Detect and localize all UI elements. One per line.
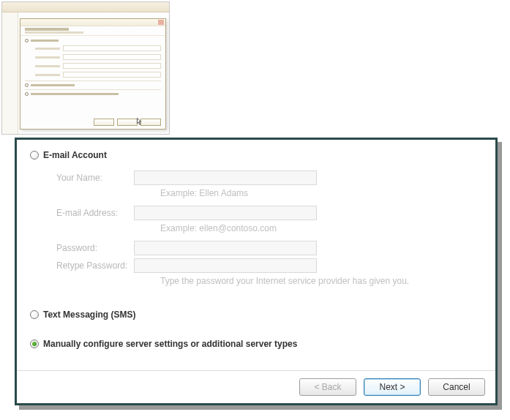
label-password: Password: [56,243,134,253]
cancel-button[interactable]: Cancel [428,378,485,396]
option-sms[interactable]: Text Messaging (SMS) [30,310,482,320]
input-retype[interactable] [134,258,317,273]
row-password: Password: [56,241,482,255]
row-retype: Retype Password: [56,258,482,273]
back-button[interactable]: < Back [299,378,356,396]
input-password[interactable] [134,241,317,255]
hint-email: Example: ellen@contoso.com [160,223,482,233]
label-retype: Retype Password: [56,260,134,271]
thumbnail-dialog-buttons [94,119,161,126]
hint-retype: Type the password your Internet service … [160,276,482,286]
panel-body: E-mail Account Your Name: Example: Ellen… [17,140,495,370]
option-sms-label: Text Messaging (SMS) [43,310,135,320]
thumbnail-window [1,1,170,135]
account-setup-panel: E-mail Account Your Name: Example: Ellen… [15,138,498,405]
thumbnail-dialog [20,18,166,130]
radio-manual[interactable] [30,340,39,348]
thumbnail-close-icon [158,20,164,25]
thumbnail-sidebar [2,12,18,134]
thumbnail-cursor-icon [137,118,143,127]
label-your-name: Your Name: [56,173,134,183]
row-email: E-mail Address: [56,206,482,220]
thumbnail-titlebar [2,2,169,12]
input-your-name[interactable] [134,170,317,185]
row-your-name: Your Name: [56,170,482,185]
option-manual-label: Manually configure server settings or ad… [43,339,297,349]
radio-sms[interactable] [30,310,39,319]
option-email-account[interactable]: E-mail Account [30,150,482,160]
panel-footer: < Back Next > Cancel [17,370,495,403]
thumbnail-dialog-heading [20,26,165,36]
label-email: E-mail Address: [56,208,134,218]
input-email[interactable] [134,206,317,220]
email-form-block: Your Name: Example: Ellen Adams E-mail A… [30,166,482,296]
option-email-account-label: E-mail Account [43,150,107,160]
account-setup-panel-wrap: E-mail Account Your Name: Example: Ellen… [15,138,498,405]
option-manual[interactable]: Manually configure server settings or ad… [30,339,482,349]
next-button[interactable]: Next > [364,378,421,396]
thumbnail-dialog-titlebar [20,19,165,26]
thumbnail-dialog-body [20,36,165,96]
hint-your-name: Example: Ellen Adams [160,188,482,198]
radio-email-account[interactable] [30,151,39,160]
